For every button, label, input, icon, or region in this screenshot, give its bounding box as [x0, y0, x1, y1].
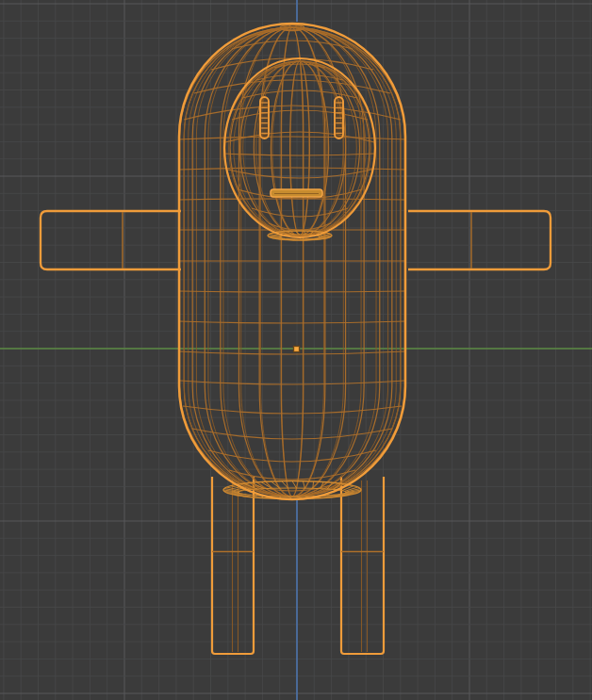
eye	[260, 97, 269, 138]
scene-canvas	[0, 0, 592, 700]
wireframe-character[interactable]	[41, 24, 551, 654]
eye	[335, 97, 343, 138]
viewport-3d[interactable]	[0, 0, 592, 700]
object-origin-point[interactable]	[294, 347, 300, 352]
mouth	[271, 189, 322, 197]
